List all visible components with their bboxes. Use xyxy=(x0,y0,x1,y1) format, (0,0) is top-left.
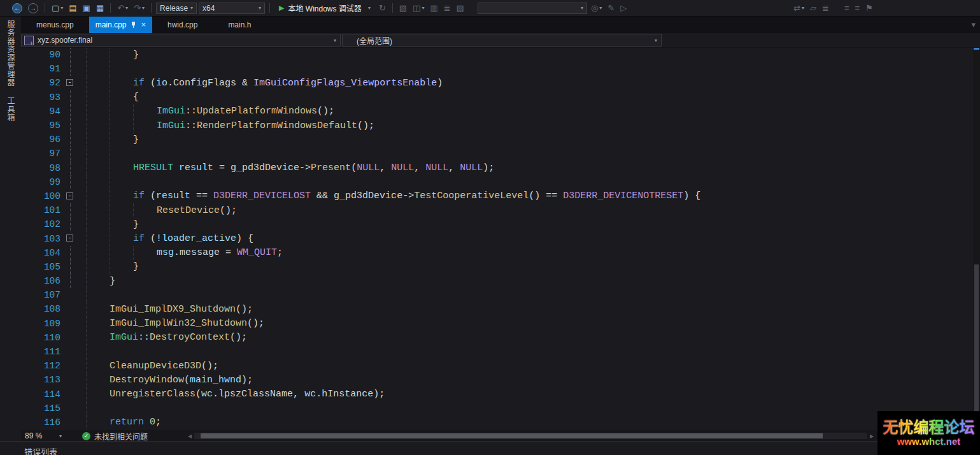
diagnostics-icon[interactable]: ▥ xyxy=(428,3,439,14)
indent-icon[interactable]: ≡ xyxy=(842,3,851,14)
new-file-icon[interactable]: ▢▾ xyxy=(50,3,65,14)
code-editor[interactable]: 90}9192-if (io.ConfigFlags & ImGuiConfig… xyxy=(21,48,973,430)
error-list-title[interactable]: 错误列表 xyxy=(24,445,57,455)
horizontal-scroll-track[interactable] xyxy=(194,433,867,439)
code-line[interactable]: 109ImGui_ImplWin32_Shutdown(); xyxy=(21,317,973,331)
code-line[interactable]: 104msg.message = WM_QUIT; xyxy=(21,246,973,260)
fold-gutter xyxy=(60,359,86,373)
line-structure-icon[interactable]: ≡ xyxy=(853,3,862,14)
collapse-icon[interactable]: - xyxy=(66,235,73,242)
fold-gutter xyxy=(60,161,86,175)
save-all-icon[interactable]: ▦ xyxy=(94,3,106,14)
find-icon[interactable]: ◎▾ xyxy=(589,3,604,14)
profiler-icon[interactable]: ◫▾ xyxy=(411,3,426,14)
code-line[interactable]: 94ImGui::UpdatePlatformWindows(); xyxy=(21,105,973,119)
code-line[interactable]: 111 xyxy=(21,345,973,359)
immediate-window-icon[interactable]: ▨ xyxy=(455,3,466,14)
fold-marker[interactable]: - xyxy=(60,76,86,90)
scroll-right-icon[interactable]: ▶ xyxy=(867,433,876,439)
code-line[interactable]: 99 xyxy=(21,175,973,189)
save-icon[interactable]: ▣ xyxy=(81,3,92,14)
fold-gutter xyxy=(60,217,86,231)
code-health-indicator[interactable]: ✓ 未找到相关问题 xyxy=(82,431,148,442)
indent-guide xyxy=(110,90,133,105)
code-line[interactable]: 110ImGui::DestroyContext(); xyxy=(21,331,973,345)
indent-guide xyxy=(110,217,133,231)
scroll-left-icon[interactable]: ◀ xyxy=(185,433,194,439)
edit-icon[interactable]: ✎ xyxy=(606,3,616,14)
tab-main.cpp[interactable]: main.cpp× xyxy=(89,17,152,33)
editor-horizontal-scrollbar[interactable]: ◀ ▶ xyxy=(185,431,876,440)
horizontal-scroll-thumb[interactable] xyxy=(201,433,823,438)
redo-icon[interactable]: ↷▾ xyxy=(132,3,146,14)
toolbox-tab[interactable]: 工具箱 xyxy=(5,97,16,122)
chevron-down-icon: ▾ xyxy=(422,5,424,11)
code-token: ( xyxy=(184,375,190,386)
code-line[interactable]: 91 xyxy=(21,62,973,76)
line-number: 106 xyxy=(21,276,60,286)
undo-icon[interactable]: ↶▾ xyxy=(115,3,130,14)
code-token: , xyxy=(380,162,391,173)
tab-menus.cpp[interactable]: menus.cpp xyxy=(21,17,89,33)
run-to-cursor-icon[interactable]: ▷ xyxy=(618,3,628,14)
code-line[interactable]: 95ImGui::RenderPlatformWindowsDefault(); xyxy=(21,119,973,133)
editor-vertical-scrollbar[interactable] xyxy=(973,48,980,442)
code-line[interactable]: 103-if (!loader_active) { xyxy=(21,231,973,245)
code-line[interactable]: 100-if (result == D3DERR_DEVICELOST && g… xyxy=(21,189,973,203)
code-token xyxy=(173,162,179,173)
code-line[interactable]: 93{ xyxy=(21,90,973,105)
process-combobox[interactable]: ▾ xyxy=(478,3,587,14)
code-line[interactable]: 106} xyxy=(21,274,973,288)
fold-marker[interactable]: - xyxy=(60,231,86,245)
navigate-backward-icon[interactable]: ← xyxy=(10,3,24,14)
navigate-forward-icon[interactable]: → xyxy=(26,3,40,14)
play-icon: ▶ xyxy=(279,4,284,12)
server-explorer-tab[interactable]: 服务器资源管理器 xyxy=(5,20,16,87)
code-line[interactable]: 101ResetDevice(); xyxy=(21,203,973,217)
bookmark-icon[interactable]: ⚑ xyxy=(863,3,875,14)
collapse-icon[interactable]: - xyxy=(66,79,73,86)
fold-marker[interactable]: - xyxy=(60,189,86,203)
line-number: 94 xyxy=(21,106,60,117)
scope-dropdown[interactable]: (全局范围) ▾ xyxy=(342,34,662,47)
code-line[interactable]: 92-if (io.ConfigFlags & ImGuiConfigFlags… xyxy=(21,76,973,90)
tab-main.h[interactable]: main.h xyxy=(213,17,266,33)
indent-guide xyxy=(86,48,110,62)
code-line[interactable]: 116return 0; xyxy=(21,415,973,430)
project-dropdown[interactable]: xyz.spoofer.final ▾ xyxy=(21,34,341,47)
close-icon[interactable]: × xyxy=(141,21,146,29)
code-line[interactable]: 97 xyxy=(21,147,973,161)
memory-window-icon[interactable]: ≣ xyxy=(442,3,453,14)
code-line[interactable]: 113DestroyWindow(main_hwnd); xyxy=(21,373,973,387)
code-token: :: xyxy=(185,106,197,117)
code-line[interactable]: 90} xyxy=(21,48,973,62)
code-token: ImGui xyxy=(110,332,138,343)
chevron-down-icon: ▾ xyxy=(142,5,145,11)
solution-platforms-select[interactable]: x64▾ xyxy=(199,3,265,14)
start-debugging-button[interactable]: ▶本地 Windows 调试器▾ xyxy=(274,3,375,13)
hot-reload-icon[interactable]: ↻ xyxy=(377,3,388,14)
compare-files-icon[interactable]: ⇄▾ xyxy=(792,3,806,14)
document-list-icon[interactable]: ▾ xyxy=(969,19,977,31)
vertical-scroll-thumb[interactable] xyxy=(974,264,979,430)
tab-hwid.cpp[interactable]: hwid.cpp xyxy=(152,17,213,33)
fold-gutter xyxy=(60,62,86,76)
code-line[interactable]: 96} xyxy=(21,133,973,147)
solution-configurations-select[interactable]: Release▾ xyxy=(156,3,197,14)
code-line[interactable]: 108ImGui_ImplDX9_Shutdown(); xyxy=(21,302,973,316)
toolbar-separator xyxy=(45,3,45,13)
code-line[interactable]: 105} xyxy=(21,260,973,274)
code-line[interactable]: 112CleanupDeviceD3D(); xyxy=(21,359,973,373)
open-file-icon[interactable]: ▤ xyxy=(67,3,78,14)
code-line[interactable]: 102} xyxy=(21,217,973,231)
collapse-icon[interactable]: - xyxy=(66,192,73,199)
code-line[interactable]: 114UnregisterClass(wc.lpszClassName, wc.… xyxy=(21,387,973,401)
attach-process-icon[interactable]: ▧ xyxy=(397,3,409,14)
code-line[interactable]: 115 xyxy=(21,401,973,415)
zoom-select[interactable]: 89 % ▾ xyxy=(21,431,66,440)
outline-icon[interactable]: ≣ xyxy=(820,3,831,14)
pin-icon[interactable] xyxy=(131,21,136,29)
copy-icon[interactable]: ▱ xyxy=(808,3,818,14)
code-line[interactable]: 107 xyxy=(21,288,973,302)
code-line[interactable]: 98HRESULT result = g_pd3dDevice->Present… xyxy=(21,161,973,175)
